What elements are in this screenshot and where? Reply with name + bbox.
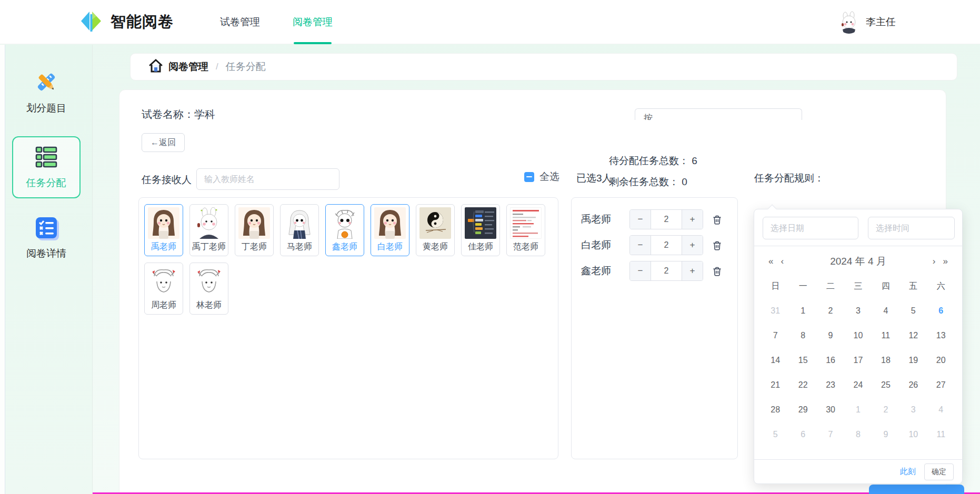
remaining-total: 剩余任务总数： 0 [609, 172, 741, 193]
select-all-checkbox[interactable] [524, 172, 534, 182]
hidden-submit-button[interactable] [869, 485, 964, 494]
teacher-name: 马老师 [287, 241, 312, 253]
calendar-week-row: 21222324252627 [762, 372, 955, 397]
calendar-day[interactable]: 6 [789, 422, 816, 447]
calendar-day[interactable]: 21 [762, 372, 789, 397]
calendar-day[interactable]: 5 [899, 298, 927, 323]
calendar-day[interactable]: 12 [899, 323, 927, 348]
count-stepper: − 2 + [629, 261, 703, 281]
teacher-card[interactable]: 鑫老师 [325, 204, 364, 256]
calendar-day[interactable]: 11 [872, 323, 899, 348]
calendar-day[interactable]: 3 [899, 397, 927, 422]
calendar-day[interactable]: 1 [844, 397, 872, 422]
checklist-icon [35, 216, 58, 241]
decrement-button[interactable]: − [630, 236, 651, 255]
calendar-day[interactable]: 9 [872, 422, 899, 447]
teacher-card[interactable]: 禹丁老师 [189, 204, 228, 256]
calendar-day[interactable]: 2 [872, 397, 899, 422]
delete-icon[interactable] [712, 266, 723, 277]
calendar-day[interactable]: 8 [789, 323, 816, 348]
calendar-day[interactable]: 28 [762, 397, 789, 422]
calendar-day[interactable]: 9 [817, 323, 844, 348]
teacher-card[interactable]: 禹老师 [144, 204, 183, 256]
teacher-card[interactable]: 丁老师 [235, 204, 274, 256]
calendar-day[interactable]: 10 [899, 422, 927, 447]
prev-year-icon[interactable]: « [765, 256, 777, 267]
calendar-day[interactable]: 3 [844, 298, 872, 323]
calendar-day[interactable]: 11 [927, 422, 955, 447]
calendar-day[interactable]: 27 [927, 372, 955, 397]
teacher-card[interactable]: 周老师 [144, 263, 183, 315]
delete-icon[interactable] [712, 240, 723, 251]
teacher-card[interactable]: 黄老师 [416, 204, 455, 256]
sidebar-item-task-assignment[interactable]: 任务分配 [12, 136, 81, 198]
count-stepper: − 2 + [629, 235, 703, 255]
increment-button[interactable]: + [682, 236, 703, 255]
calendar-day[interactable]: 17 [844, 348, 872, 372]
decrement-button[interactable]: − [630, 261, 651, 280]
calendar-day[interactable]: 14 [762, 348, 789, 372]
time-input[interactable] [868, 217, 955, 239]
teacher-card[interactable]: 马老师 [280, 204, 319, 256]
calendar-day[interactable]: 16 [817, 348, 844, 372]
back-button[interactable]: ←返回 [142, 133, 185, 152]
calendar-day[interactable]: 4 [872, 298, 899, 323]
calendar-day[interactable]: 2 [817, 298, 844, 323]
calendar-day[interactable]: 22 [789, 372, 816, 397]
sidebar-item-marking-detail[interactable]: 阅卷详情 [0, 216, 93, 260]
calendar-day[interactable]: 30 [817, 397, 844, 422]
calendar-day[interactable]: 15 [789, 348, 816, 372]
tab-marking-management[interactable]: 阅卷管理 [293, 0, 333, 44]
calendar-day[interactable]: 13 [927, 323, 955, 348]
calendar-day[interactable]: 29 [789, 397, 816, 422]
next-month-icon[interactable]: › [929, 256, 939, 267]
calendar-day[interactable]: 5 [762, 422, 789, 447]
tab-paper-management[interactable]: 试卷管理 [220, 0, 260, 44]
count-value[interactable]: 2 [651, 261, 682, 280]
teacher-card[interactable]: 佳老师 [461, 204, 500, 256]
count-value[interactable]: 2 [651, 210, 682, 229]
teacher-card[interactable]: 范老师 [506, 204, 545, 256]
delete-icon[interactable] [712, 214, 723, 225]
calendar-day[interactable]: 7 [762, 323, 789, 348]
count-value[interactable]: 2 [651, 236, 682, 255]
pending-total: 待分配任务总数： 6 [609, 150, 741, 172]
calendar-day[interactable]: 1 [789, 298, 816, 323]
select-all-label[interactable]: 全选 [539, 170, 559, 184]
calendar-day[interactable]: 26 [899, 372, 927, 397]
rule-label: 任务分配规则： [754, 172, 824, 185]
increment-button[interactable]: + [682, 210, 703, 229]
calendar-day[interactable]: 31 [762, 298, 789, 323]
calendar-day[interactable]: 18 [872, 348, 899, 372]
confirm-button[interactable]: 确定 [924, 463, 954, 480]
user-menu[interactable]: 李主任 [837, 0, 896, 44]
prev-month-icon[interactable]: ‹ [777, 256, 787, 267]
sidebar-item-divide-questions[interactable]: 划分题目 [0, 70, 93, 115]
teacher-card[interactable]: 白老师 [371, 204, 409, 256]
rule-select[interactable]: 按 [635, 108, 802, 120]
sidebar-item-label: 任务分配 [26, 176, 66, 190]
decrement-button[interactable]: − [630, 210, 651, 229]
calendar-day[interactable]: 8 [844, 422, 872, 447]
teacher-search-input[interactable] [196, 168, 339, 190]
calendar-day[interactable]: 23 [817, 372, 844, 397]
calendar-day[interactable]: 4 [927, 397, 955, 422]
date-input[interactable] [763, 217, 858, 239]
calendar-day[interactable]: 20 [927, 348, 955, 372]
calendar-day[interactable]: 10 [844, 323, 872, 348]
assignment-list: 禹老师 − 2 + 白老师 − 2 + 鑫老师 − 2 + [571, 197, 738, 459]
calendar-day[interactable]: 24 [844, 372, 872, 397]
now-link[interactable]: 此刻 [900, 467, 916, 477]
increment-button[interactable]: + [682, 261, 703, 280]
datetime-picker-popup: « ‹ 2024 年 4 月 › » 日一二三四五六 3112345678910… [754, 209, 963, 484]
breadcrumb-root[interactable]: 阅卷管理 [168, 60, 208, 74]
next-year-icon[interactable]: » [939, 256, 952, 267]
count-stepper: − 2 + [629, 209, 703, 229]
calendar-day[interactable]: 7 [817, 422, 844, 447]
teacher-card[interactable]: 林老师 [189, 263, 228, 315]
calendar-day[interactable]: 6 [927, 298, 955, 323]
assignment-teacher-name: 白老师 [581, 238, 629, 252]
calendar-day[interactable]: 25 [872, 372, 899, 397]
calendar-day[interactable]: 19 [899, 348, 927, 372]
teacher-name: 白老师 [377, 241, 403, 253]
